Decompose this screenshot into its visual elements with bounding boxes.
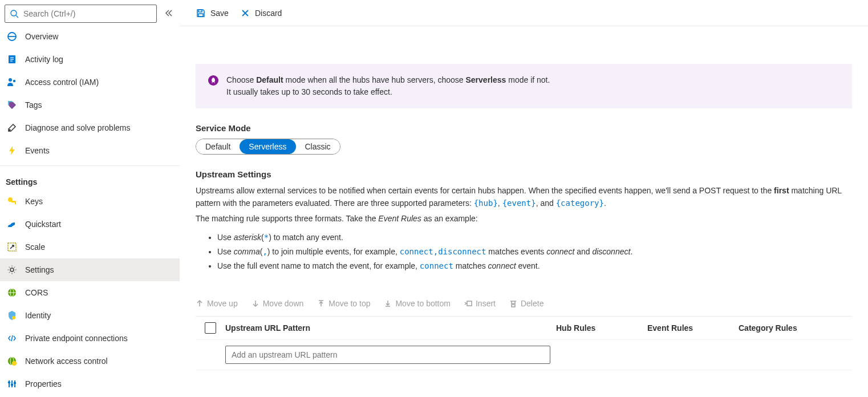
nav-private-endpoint[interactable]: Private endpoint connections (0, 327, 180, 350)
table-row (196, 340, 852, 370)
nav-label: Scale (25, 242, 45, 252)
info-banner-text: Choose Default mode when all the hubs ha… (226, 74, 550, 98)
upstream-title: Upstream Settings (196, 169, 852, 179)
upstream-description: Upstreams allow external services to be … (196, 185, 852, 209)
move-up-button[interactable]: Move up (196, 299, 238, 308)
access-control-icon (7, 77, 17, 87)
settings-icon (7, 265, 17, 275)
nav-label: Properties (25, 379, 62, 388)
svg-rect-12 (11, 201, 16, 202)
private-endpoint-icon (7, 333, 17, 343)
arrow-down-icon (252, 299, 259, 307)
diagnose-icon (7, 123, 17, 133)
nav-label: Events (25, 146, 50, 155)
nav-properties[interactable]: Properties (0, 372, 180, 395)
nav-label: Overview (25, 32, 58, 41)
insert-button[interactable]: Insert (464, 299, 496, 308)
table-toolbar: Move up Move down Move to top Move to bo… (196, 295, 852, 311)
tags-icon (7, 100, 17, 110)
chevron-double-left-icon (165, 9, 173, 17)
search-box[interactable] (5, 5, 157, 23)
th-hub-rules: Hub Rules (556, 323, 647, 333)
service-mode-title: Service Mode (196, 123, 852, 133)
section-settings-label: Settings (0, 169, 180, 190)
svg-rect-29 (14, 382, 16, 384)
svg-rect-40 (467, 301, 472, 306)
quickstart-icon (7, 219, 17, 229)
move-down-button[interactable]: Move down (252, 299, 304, 308)
nav-events[interactable]: Events (0, 139, 180, 162)
arrow-up-icon (196, 299, 204, 307)
nav-settings[interactable]: Settings (0, 258, 180, 281)
discard-label: Discard (255, 9, 282, 18)
service-mode-selector: Default Serverless Classic (196, 139, 340, 155)
info-banner: Choose Default mode when all the hubs ha… (196, 64, 852, 108)
save-label: Save (210, 9, 229, 18)
svg-rect-31 (198, 14, 203, 17)
nav-access-control[interactable]: Access control (IAM) (0, 71, 180, 94)
search-input[interactable] (23, 9, 152, 18)
upstream-url-input[interactable] (225, 346, 550, 364)
svg-rect-30 (198, 10, 202, 12)
activity-log-icon (7, 54, 17, 64)
nav-keys[interactable]: Keys (0, 190, 180, 213)
svg-line-1 (16, 15, 18, 18)
nav-label: Settings (25, 265, 54, 274)
nav-scale[interactable]: Scale (0, 236, 180, 258)
events-icon (7, 145, 17, 156)
svg-point-0 (11, 10, 17, 16)
th-url-pattern: Upstream URL Pattern (225, 323, 556, 333)
nav-quickstart[interactable]: Quickstart (0, 213, 180, 236)
scale-icon (7, 242, 17, 252)
svg-rect-24 (9, 380, 10, 387)
arrow-bottom-icon (384, 299, 392, 307)
svg-line-20 (11, 335, 13, 341)
svg-rect-28 (11, 384, 13, 386)
save-button[interactable]: Save (196, 8, 229, 18)
move-to-top-button[interactable]: Move to top (317, 299, 370, 308)
nav-label: Network access control (25, 357, 108, 366)
table-header-row: Upstream URL Pattern Hub Rules Event Rul… (196, 317, 852, 340)
keys-icon (7, 196, 17, 206)
select-all-checkbox[interactable] (205, 322, 216, 334)
search-icon (10, 9, 19, 18)
collapse-sidebar-button[interactable] (163, 7, 175, 21)
delete-button[interactable]: Delete (509, 299, 543, 308)
nav-overview[interactable]: Overview (0, 25, 180, 48)
nav-label: Private endpoint connections (25, 334, 128, 343)
nav-label: CORS (25, 288, 48, 297)
svg-point-8 (9, 78, 12, 82)
nav-label: Diagnose and solve problems (25, 123, 130, 132)
th-event-rules: Event Rules (647, 323, 739, 333)
th-category-rules: Category Rules (739, 323, 830, 333)
nav-label: Quickstart (25, 220, 61, 229)
insert-icon (464, 299, 472, 307)
nav-cors[interactable]: CORS (0, 281, 180, 304)
svg-point-23 (12, 361, 17, 366)
nav-tags[interactable]: Tags (0, 94, 180, 116)
svg-rect-27 (8, 382, 10, 383)
discard-icon (240, 8, 250, 18)
identity-icon (7, 310, 17, 321)
mode-default[interactable]: Default (196, 139, 240, 154)
nav-diagnose[interactable]: Diagnose and solve problems (0, 116, 180, 139)
rule-fullname: Use the full event name to match the eve… (217, 260, 852, 273)
main-content: Save Discard Choose Default mode when al… (180, 0, 868, 397)
nav-label: Identity (25, 311, 51, 320)
nav-label: Tags (25, 100, 42, 110)
upstream-table: Upstream URL Pattern Hub Rules Event Rul… (196, 316, 852, 370)
rules-list: Use asterisk(*) to match any event. Use … (217, 231, 852, 273)
rocket-icon (208, 75, 218, 86)
rule-comma: Use comma(,) to join multiple events, fo… (217, 245, 852, 258)
svg-point-9 (13, 80, 15, 82)
toolbar: Save Discard (180, 0, 868, 26)
nav-label: Access control (IAM) (25, 78, 99, 87)
mode-serverless[interactable]: Serverless (240, 139, 295, 154)
nav-activity-log[interactable]: Activity log (0, 48, 180, 71)
nav-identity[interactable]: Identity (0, 304, 180, 327)
nav-network-access[interactable]: Network access control (0, 350, 180, 372)
move-to-bottom-button[interactable]: Move to bottom (384, 299, 451, 308)
discard-button[interactable]: Discard (240, 8, 282, 18)
mode-classic[interactable]: Classic (296, 139, 340, 154)
sidebar: Overview Activity log Access control (IA… (0, 0, 180, 397)
